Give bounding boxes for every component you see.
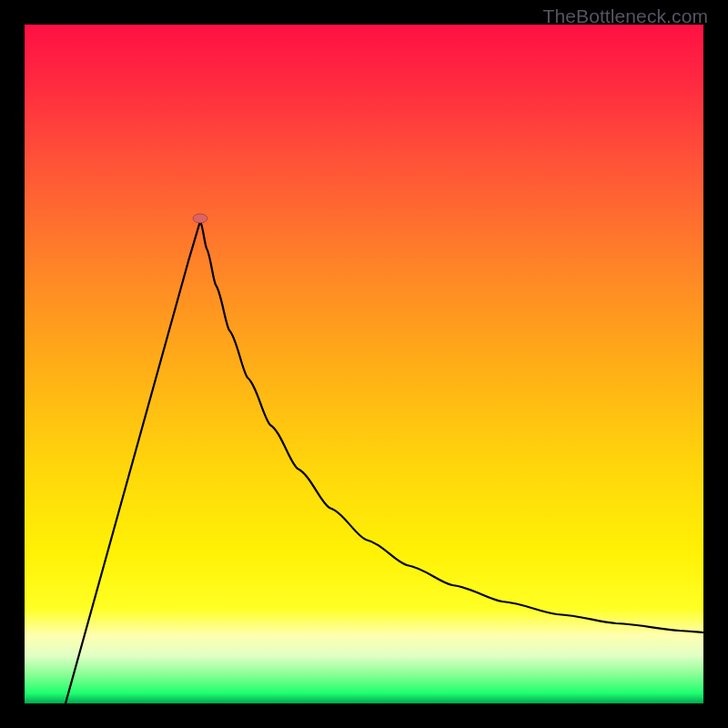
- chart-svg: [25, 25, 703, 703]
- minimum-marker: [193, 214, 207, 223]
- chart-plot-area: [25, 25, 703, 703]
- chart-background: [25, 25, 703, 703]
